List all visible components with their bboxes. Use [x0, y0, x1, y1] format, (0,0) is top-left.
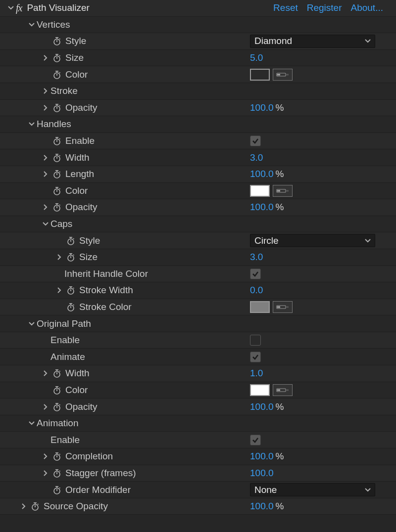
source-opacity-value[interactable]: 100.0 — [250, 501, 274, 512]
vertices-style-select[interactable]: Diamond — [250, 35, 375, 48]
handles-opacity-value[interactable]: 100.0 — [250, 202, 274, 213]
stopwatch-icon[interactable] — [50, 386, 63, 395]
row-vertices-size: Size 5.0 — [0, 50, 396, 67]
group-handles-header: Handles — [0, 116, 396, 133]
stopwatch-icon[interactable] — [64, 236, 77, 245]
stopwatch-icon[interactable] — [64, 303, 77, 311]
row-originalpath-animate: Animate — [0, 349, 396, 365]
eyedropper-icon[interactable] — [273, 301, 293, 313]
handles-color-label: Color — [65, 185, 88, 196]
reset-link[interactable]: Reset — [273, 2, 298, 13]
row-caps-size: Size 3.0 — [0, 249, 396, 266]
vertices-color-label: Color — [65, 69, 88, 80]
originalpath-color-swatch[interactable] — [250, 384, 270, 396]
stopwatch-icon[interactable] — [50, 70, 63, 79]
chevron-down-icon — [365, 235, 371, 246]
vertices-opacity-label: Opacity — [65, 102, 97, 113]
row-vertices-stroke: Stroke — [0, 83, 396, 100]
twirl-animation-completion[interactable] — [41, 453, 50, 459]
eyedropper-icon[interactable] — [273, 185, 293, 197]
row-animation-completion: Completion 100.0% — [0, 448, 396, 465]
originalpath-opacity-value[interactable]: 100.0 — [250, 401, 274, 412]
eyedropper-icon[interactable] — [273, 69, 293, 81]
row-animation-order: Order Modifider None — [0, 482, 396, 498]
twirl-originalpath-opacity[interactable] — [41, 404, 50, 410]
animation-enable-checkbox[interactable] — [250, 435, 261, 445]
row-vertices-style: Style Diamond — [0, 33, 396, 50]
twirl-animation[interactable] — [27, 420, 37, 426]
stopwatch-icon[interactable] — [50, 469, 63, 478]
handles-length-value[interactable]: 100.0 — [250, 169, 274, 179]
stopwatch-icon[interactable] — [50, 486, 63, 494]
percent-unit: % — [276, 102, 284, 113]
effect-title: Path Visualizer — [27, 2, 89, 13]
caps-strokecolor-swatch[interactable] — [250, 301, 270, 313]
stopwatch-icon[interactable] — [50, 203, 63, 212]
handles-width-label: Width — [65, 152, 90, 163]
vertices-stroke-label: Stroke — [50, 86, 78, 96]
twirl-handles[interactable] — [27, 121, 37, 127]
stopwatch-icon[interactable] — [50, 136, 63, 145]
twirl-handles-length[interactable] — [41, 171, 50, 177]
vertices-size-value[interactable]: 5.0 — [250, 52, 263, 63]
twirl-effect[interactable] — [6, 5, 16, 11]
caps-inherit-checkbox[interactable] — [250, 268, 261, 279]
originalpath-width-value[interactable]: 1.0 — [250, 368, 263, 379]
row-originalpath-opacity: Opacity 100.0% — [0, 399, 396, 415]
stopwatch-icon[interactable] — [50, 186, 63, 195]
vertices-color-swatch[interactable] — [250, 69, 270, 81]
twirl-handles-width[interactable] — [41, 155, 50, 161]
stopwatch-icon[interactable] — [50, 402, 63, 411]
originalpath-enable-label: Enable — [50, 335, 80, 346]
eyedropper-icon[interactable] — [273, 384, 293, 396]
originalpath-animate-label: Animate — [50, 352, 85, 362]
twirl-vertices-stroke[interactable] — [41, 88, 50, 94]
vertices-opacity-value[interactable]: 100.0 — [250, 102, 274, 113]
animation-enable-label: Enable — [50, 435, 80, 445]
twirl-caps-strokewidth[interactable] — [54, 287, 64, 293]
twirl-originalpath-width[interactable] — [41, 370, 50, 376]
stopwatch-icon[interactable] — [50, 53, 63, 62]
caps-label: Caps — [50, 219, 72, 229]
stopwatch-icon[interactable] — [50, 153, 63, 162]
originalpath-animate-checkbox[interactable] — [250, 352, 261, 362]
handles-color-swatch[interactable] — [250, 185, 270, 197]
row-handles-width: Width 3.0 — [0, 149, 396, 166]
stopwatch-icon[interactable] — [64, 253, 77, 262]
animation-order-select[interactable]: None — [250, 483, 375, 496]
originalpath-enable-checkbox[interactable] — [250, 335, 261, 346]
stopwatch-icon[interactable] — [64, 286, 77, 295]
vertices-style-value: Diamond — [254, 36, 292, 46]
row-originalpath-color: Color — [0, 382, 396, 399]
percent-unit: % — [276, 501, 284, 512]
caps-style-value: Circle — [254, 235, 279, 246]
animation-label: Animation — [37, 418, 79, 429]
twirl-animation-stagger[interactable] — [41, 470, 50, 476]
twirl-handles-opacity[interactable] — [41, 204, 50, 210]
twirl-vertices-size[interactable] — [41, 55, 50, 61]
stopwatch-icon[interactable] — [50, 103, 63, 112]
stopwatch-icon[interactable] — [29, 502, 42, 511]
twirl-vertices-opacity[interactable] — [41, 105, 50, 111]
register-link[interactable]: Register — [307, 2, 342, 13]
stopwatch-icon[interactable] — [50, 170, 63, 178]
caps-strokewidth-value[interactable]: 0.0 — [250, 285, 263, 296]
handles-enable-checkbox[interactable] — [250, 135, 261, 146]
twirl-caps[interactable] — [41, 221, 50, 227]
caps-size-value[interactable]: 3.0 — [250, 252, 263, 263]
twirl-vertices[interactable] — [27, 22, 37, 28]
twirl-caps-size[interactable] — [54, 254, 64, 260]
handles-width-value[interactable]: 3.0 — [250, 152, 263, 163]
stopwatch-icon[interactable] — [50, 369, 63, 378]
twirl-originalpath[interactable] — [27, 321, 37, 327]
twirl-source-opacity[interactable] — [19, 503, 29, 509]
about-link[interactable]: About... — [351, 2, 384, 13]
caps-style-select[interactable]: Circle — [250, 234, 375, 247]
animation-stagger-label: Stagger (frames) — [65, 468, 136, 479]
stopwatch-icon[interactable] — [50, 452, 63, 461]
row-originalpath-enable: Enable — [0, 332, 396, 349]
percent-unit: % — [276, 202, 284, 213]
animation-stagger-value[interactable]: 100.0 — [250, 468, 274, 479]
animation-completion-value[interactable]: 100.0 — [250, 451, 274, 462]
stopwatch-icon[interactable] — [50, 37, 63, 45]
